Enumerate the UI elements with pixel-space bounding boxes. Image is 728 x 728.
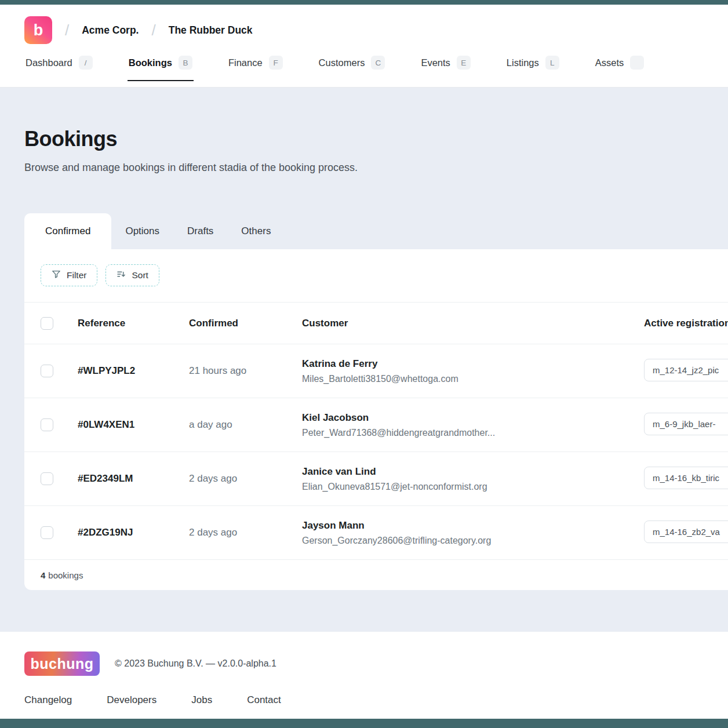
shortcut-badge — [630, 56, 644, 70]
customer-email: Gerson_Gorczany28606@trifling-category.o… — [302, 536, 644, 546]
nav-tab-bookings[interactable]: Bookings B — [128, 50, 194, 81]
row-checkbox[interactable] — [41, 418, 53, 431]
footer-link-changelog[interactable]: Changelog — [24, 694, 72, 706]
shortcut-badge: C — [371, 56, 385, 70]
customer-name: Katrina de Ferry — [302, 358, 644, 370]
buchung-logo: buchung — [24, 651, 100, 676]
bookings-count-label: bookings — [48, 570, 83, 580]
customer-email: Peter_Ward71368@hiddengreatgrandmother..… — [302, 428, 644, 438]
table-row[interactable]: #0LW4XEN1 a day ago Kiel Jacobson Peter_… — [24, 398, 728, 452]
nav-label: Listings — [507, 57, 539, 68]
app-header: b / Acme Corp. / The Rubber Duck Dashboa… — [0, 5, 728, 88]
buchung-logo-text: buchung — [30, 656, 93, 672]
column-header-customer: Customer — [302, 318, 644, 329]
table-toolbar: Filter Sort — [24, 249, 728, 303]
tab-others[interactable]: Others — [227, 213, 285, 249]
page-subtitle: Browse and manage bookings in different … — [24, 162, 704, 174]
row-checkbox[interactable] — [41, 526, 53, 539]
page-title: Bookings — [24, 127, 704, 151]
breadcrumb-venue[interactable]: The Rubber Duck — [169, 24, 253, 37]
sort-descending-icon — [117, 270, 126, 281]
breadcrumb-org[interactable]: Acme Corp. — [82, 24, 139, 37]
filter-button-label: Filter — [67, 270, 86, 281]
registration-chip[interactable]: m_14-16_zb2_va — [644, 520, 728, 543]
booking-confirmed-time: a day ago — [189, 419, 302, 431]
page-footer: buchung © 2023 Buchung B.V. — v2.0.0-alp… — [0, 632, 728, 719]
sort-button[interactable]: Sort — [105, 264, 159, 286]
table-row[interactable]: #2DZG19NJ 2 days ago Jayson Mann Gerson_… — [24, 506, 728, 560]
bottom-accent-bar — [0, 719, 728, 728]
customer-name: Kiel Jacobson — [302, 412, 644, 424]
customer-name: Janice van Lind — [302, 466, 644, 478]
copyright-text: © 2023 Buchung B.V. — v2.0.0-alpha.1 — [115, 658, 276, 669]
funnel-icon — [52, 270, 61, 281]
filter-button[interactable]: Filter — [41, 264, 97, 286]
customer-name: Jayson Mann — [302, 520, 644, 532]
nav-tab-customers[interactable]: Customers C — [318, 50, 387, 81]
row-checkbox[interactable] — [41, 365, 53, 377]
column-header-reference: Reference — [78, 318, 189, 329]
nav-label: Events — [421, 57, 450, 68]
nav-label: Dashboard — [26, 57, 72, 68]
app-logo[interactable]: b — [24, 16, 52, 44]
nav-tab-events[interactable]: Events E — [420, 50, 471, 81]
shortcut-badge: B — [179, 56, 192, 70]
booking-status-tabs: Confirmed Options Drafts Others — [24, 213, 728, 249]
registration-chip[interactable]: m_12-14_jz2_pic — [644, 359, 728, 381]
tab-options[interactable]: Options — [111, 213, 173, 249]
column-header-confirmed: Confirmed — [189, 318, 302, 329]
breadcrumb: b / Acme Corp. / The Rubber Duck — [24, 5, 728, 44]
booking-confirmed-time: 21 hours ago — [189, 365, 302, 377]
tab-drafts[interactable]: Drafts — [173, 213, 227, 249]
footer-link-contact[interactable]: Contact — [247, 694, 281, 706]
footer-link-developers[interactable]: Developers — [107, 694, 156, 706]
sort-button-label: Sort — [132, 270, 148, 281]
breadcrumb-separator: / — [65, 21, 69, 39]
nav-tab-listings[interactable]: Listings L — [505, 50, 560, 81]
row-checkbox[interactable] — [41, 472, 53, 485]
booking-reference: #2DZG19NJ — [78, 527, 189, 538]
nav-label: Customers — [319, 57, 365, 68]
nav-label: Finance — [228, 57, 263, 68]
registration-chip[interactable]: m_14-16_kb_tiric — [644, 467, 728, 489]
nav-tab-finance[interactable]: Finance F — [227, 50, 284, 81]
nav-tab-assets[interactable]: Assets — [594, 50, 646, 81]
bookings-panel: Filter Sort Reference Confirmed Customer… — [24, 249, 728, 590]
main-nav: Dashboard / Bookings B Finance F Custome… — [24, 50, 728, 81]
customer-email: Miles_Bartoletti38150@whettoga.com — [302, 374, 644, 384]
nav-tab-dashboard[interactable]: Dashboard / — [24, 50, 94, 81]
customer-email: Elian_Okuneva81571@jet-nonconformist.org — [302, 482, 644, 492]
footer-link-jobs[interactable]: Jobs — [191, 694, 212, 706]
tab-confirmed[interactable]: Confirmed — [24, 213, 111, 249]
table-header-row: Reference Confirmed Customer Active regi… — [24, 303, 728, 344]
shortcut-badge: E — [457, 56, 471, 70]
breadcrumb-separator: / — [151, 21, 155, 39]
booking-reference: #WLPYJPL2 — [78, 365, 189, 377]
shortcut-badge: F — [269, 56, 283, 70]
app-logo-letter: b — [34, 21, 43, 39]
shortcut-badge: L — [545, 56, 559, 70]
bookings-count: 4 — [41, 570, 45, 580]
table-footer: 4 bookings — [24, 560, 728, 590]
registration-chip[interactable]: m_6-9_jkb_laer- — [644, 413, 728, 435]
nav-label: Assets — [595, 57, 624, 68]
booking-confirmed-time: 2 days ago — [189, 473, 302, 485]
footer-links: Changelog Developers Jobs Contact — [24, 694, 704, 706]
select-all-checkbox[interactable] — [41, 317, 53, 330]
table-row[interactable]: #WLPYJPL2 21 hours ago Katrina de Ferry … — [24, 344, 728, 398]
shortcut-badge: / — [79, 56, 93, 70]
column-header-registrations: Active registrations — [644, 318, 728, 329]
content-area: Bookings Browse and manage bookings in d… — [0, 88, 728, 632]
booking-reference: #ED2349LM — [78, 473, 189, 485]
booking-reference: #0LW4XEN1 — [78, 419, 189, 431]
booking-confirmed-time: 2 days ago — [189, 527, 302, 538]
table-row[interactable]: #ED2349LM 2 days ago Janice van Lind Eli… — [24, 452, 728, 506]
nav-label: Bookings — [129, 57, 172, 68]
top-accent-bar — [0, 0, 728, 5]
